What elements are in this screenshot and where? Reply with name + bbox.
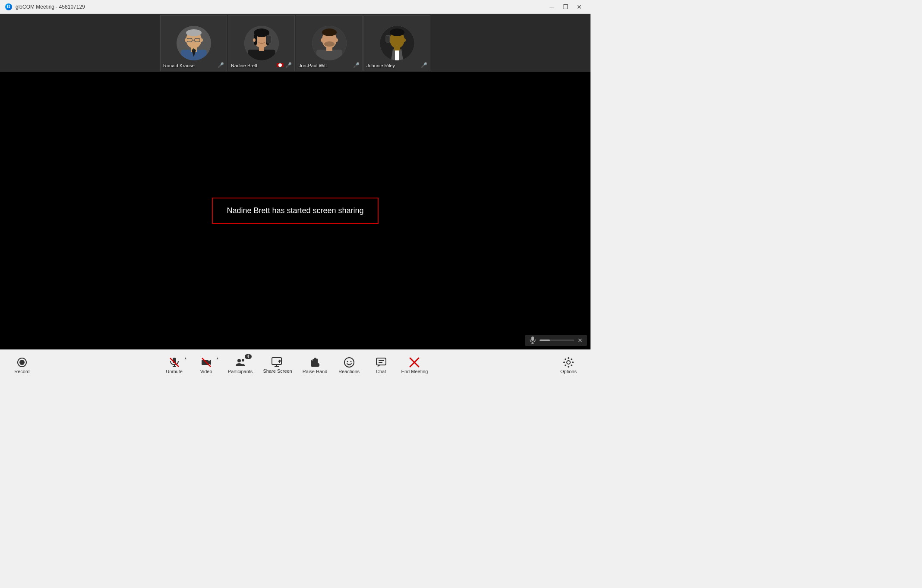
video-label: Video <box>200 369 212 374</box>
person-svg-johnnie <box>380 26 414 60</box>
svg-rect-60 <box>316 358 318 364</box>
avatar-jonpaul <box>312 26 347 60</box>
participant-thumbnail-jonpaul: Jon-Paul Witt 🎤 <box>296 15 363 71</box>
svg-point-53 <box>237 359 241 362</box>
unmute-icon <box>169 357 180 368</box>
mute-icon-nadine: 🎤 <box>285 62 292 68</box>
restore-button[interactable]: ❐ <box>559 3 572 11</box>
svg-rect-67 <box>376 358 386 365</box>
svg-point-78 <box>565 358 566 360</box>
options-label: Options <box>560 369 577 374</box>
participant-name-jonpaul: Jon-Paul Witt <box>299 63 327 68</box>
mic-bar-close-btn[interactable]: ✕ <box>578 337 583 344</box>
options-button[interactable]: Options <box>553 352 584 378</box>
participant-icons-johnnie: 🎤 <box>421 62 427 68</box>
participants-button[interactable]: 4 Participants <box>223 352 258 378</box>
participant-thumbnail-ronald: Ronald Krause 🎤 <box>160 15 227 71</box>
thumbnails-bar: Ronald Krause 🎤 <box>0 14 590 72</box>
svg-point-29 <box>335 38 338 42</box>
chat-label: Chat <box>376 369 386 374</box>
svg-point-39 <box>403 38 406 42</box>
mic-indicator-bar: ✕ <box>525 335 587 346</box>
share-screen-icon <box>272 357 284 368</box>
main-content-area: Nadine Brett has started screen sharing … <box>0 72 590 349</box>
unmute-button[interactable]: ▲ Unmute <box>159 352 189 378</box>
svg-rect-63 <box>311 363 319 367</box>
svg-point-77 <box>572 362 574 363</box>
end-meeting-label: End Meeting <box>401 369 428 374</box>
rec-dot <box>278 63 282 67</box>
reactions-label: Reactions <box>338 369 360 374</box>
svg-rect-21 <box>267 35 271 43</box>
avatar-nadine <box>244 26 279 60</box>
share-screen-button[interactable]: Share Screen <box>259 352 296 378</box>
window-title: gloCOM Meeting - 458107129 <box>16 4 85 10</box>
person-svg-jonpaul <box>312 26 347 60</box>
svg-point-81 <box>565 365 566 366</box>
raise-hand-label: Raise Hand <box>303 369 327 374</box>
raise-hand-icon <box>310 357 320 368</box>
toolbar-center: ▲ Unmute ▲ <box>37 352 553 378</box>
svg-rect-40 <box>386 35 390 42</box>
participant-name-nadine: Nadine Brett <box>231 63 257 68</box>
svg-rect-59 <box>314 358 316 364</box>
mic-level-bar <box>540 340 574 341</box>
minimize-button[interactable]: ─ <box>546 3 558 11</box>
svg-point-65 <box>347 361 348 362</box>
mute-icon-jonpaul: 🎤 <box>353 62 360 68</box>
participant-icons-jonpaul: 🎤 <box>353 62 360 68</box>
end-meeting-button[interactable]: End Meeting <box>398 352 432 378</box>
record-label: Record <box>14 369 29 374</box>
notification-text: Nadine Brett has started screen sharing <box>227 206 363 215</box>
window-controls: ─ ❐ ✕ <box>546 3 585 11</box>
mic-level-fill <box>540 340 550 341</box>
raise-hand-button[interactable]: Raise Hand <box>298 352 332 378</box>
svg-point-37 <box>390 28 404 36</box>
svg-point-64 <box>344 358 354 367</box>
svg-point-79 <box>571 365 572 366</box>
participant-icons-nadine: 🎤 <box>277 62 292 68</box>
svg-point-75 <box>568 366 569 368</box>
end-meeting-icon <box>409 357 420 368</box>
app-icon: G <box>5 3 12 10</box>
svg-rect-41 <box>531 336 534 341</box>
participants-label: Participants <box>228 369 253 374</box>
toolbar: Record ▲ Unmute <box>0 349 590 380</box>
avatar-johnnie <box>380 26 414 60</box>
person-svg-ronald <box>177 26 211 60</box>
chat-button[interactable]: Chat <box>366 352 396 378</box>
video-button[interactable]: ▲ Video <box>191 352 221 378</box>
svg-point-27 <box>324 41 335 47</box>
participant-icons-ronald: 🎤 <box>218 62 224 68</box>
chat-icon <box>376 357 387 368</box>
participant-thumbnail-nadine: Nadine Brett 🎤 <box>228 15 295 71</box>
svg-point-66 <box>350 361 351 362</box>
participant-thumbnail-johnnie: Johnnie Riley 🎤 <box>363 15 430 71</box>
svg-point-73 <box>567 361 570 364</box>
svg-point-26 <box>322 28 337 36</box>
share-screen-label: Share Screen <box>263 368 292 374</box>
record-icon <box>16 357 28 368</box>
svg-point-45 <box>19 360 25 365</box>
svg-rect-34 <box>395 49 399 60</box>
video-expand-arrow[interactable]: ▲ <box>214 355 221 362</box>
toolbar-left: Record <box>7 352 37 378</box>
recording-indicator <box>277 63 284 67</box>
svg-point-76 <box>563 362 565 363</box>
svg-point-74 <box>568 357 569 359</box>
svg-point-10 <box>185 38 187 42</box>
svg-rect-13 <box>248 50 275 60</box>
svg-point-80 <box>571 358 572 360</box>
reactions-button[interactable]: Reactions <box>334 352 364 378</box>
close-button[interactable]: ✕ <box>573 3 585 11</box>
mic-svg <box>529 336 536 344</box>
record-button[interactable]: Record <box>7 352 37 378</box>
title-bar-left: G gloCOM Meeting - 458107129 <box>5 3 85 10</box>
meeting-container: Ronald Krause 🎤 <box>0 14 590 380</box>
svg-point-6 <box>186 29 202 36</box>
toolbar-right: Options <box>553 352 584 378</box>
unmute-expand-arrow[interactable]: ▲ <box>182 355 189 362</box>
participant-name-ronald: Ronald Krause <box>163 63 195 68</box>
participants-badge: 4 <box>245 354 252 359</box>
video-icon <box>201 357 212 368</box>
